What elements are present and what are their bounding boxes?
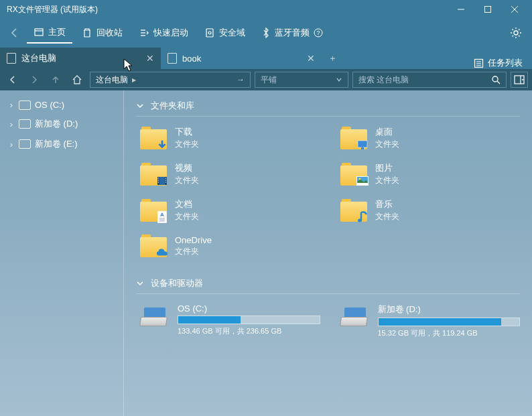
folder-item[interactable]: 图片文件夹 <box>340 162 521 186</box>
tree-item-os-c[interactable]: › OS (C:) <box>3 96 121 114</box>
page-icon <box>168 53 177 64</box>
navbar: 这台电脑 ▸ → 平铺 <box>0 69 532 90</box>
drive-stat: 15.32 GB 可用，共 119.24 GB <box>378 328 521 338</box>
tree-item-vol-e[interactable]: › 新加卷 (E:) <box>3 134 121 154</box>
folder-name: 文档 <box>175 198 199 210</box>
toolbar-home[interactable]: 主页 <box>27 22 72 44</box>
svg-point-29 <box>158 180 159 180</box>
toolbar-bluetooth-label: 蓝牙音频 <box>275 27 310 39</box>
search-box[interactable] <box>352 72 507 88</box>
toolbar-recycle[interactable]: 回收站 <box>75 23 129 43</box>
chevron-right-icon: › <box>8 119 15 129</box>
tab-label: book <box>182 54 201 64</box>
folder-icon <box>340 127 367 149</box>
address-bar[interactable]: 这台电脑 ▸ → <box>90 72 251 88</box>
folder-name: 桌面 <box>375 126 399 138</box>
toolbar-quick[interactable]: 快速启动 <box>132 23 195 43</box>
tab-this-pc[interactable]: 这台电脑 ✕ <box>0 48 161 69</box>
page-icon <box>7 53 16 64</box>
close-icon[interactable]: ✕ <box>307 53 315 64</box>
tasklist-button[interactable]: 任务列表 <box>464 57 532 69</box>
drive-icon <box>140 303 170 326</box>
settings-button[interactable] <box>505 22 527 44</box>
chevron-right-icon: › <box>8 100 15 110</box>
shield-icon <box>204 27 215 38</box>
search-input[interactable] <box>358 75 491 84</box>
go-icon[interactable]: → <box>237 75 245 84</box>
tree-label: OS (C:) <box>35 100 64 110</box>
folder-item[interactable]: OneDrive文件夹 <box>140 234 320 257</box>
close-button[interactable] <box>501 0 528 19</box>
tree-label: 新加卷 (E:) <box>35 138 78 150</box>
nav-forward-button[interactable] <box>25 71 43 88</box>
toolbar-quick-label: 快速启动 <box>153 27 188 39</box>
close-icon[interactable]: ✕ <box>146 53 154 64</box>
folder-type: 文件夹 <box>175 175 199 186</box>
svg-text:?: ? <box>316 29 320 36</box>
svg-point-22 <box>522 79 523 80</box>
toolbar-back-button[interactable] <box>5 23 24 42</box>
section-folders-header[interactable]: 文件夹和库 <box>136 100 520 117</box>
panel-toggle-button[interactable] <box>511 72 528 88</box>
nav-back-button[interactable] <box>4 71 21 88</box>
folder-icon <box>140 127 167 149</box>
address-text: 这台电脑 <box>96 74 128 86</box>
folder-name: 视频 <box>175 162 199 174</box>
disk-icon <box>19 119 31 129</box>
folder-item[interactable]: 视频文件夹 <box>140 162 320 186</box>
drive-stat: 133.46 GB 可用，共 236.65 GB <box>178 326 320 336</box>
nav-home-button[interactable] <box>68 71 86 88</box>
quick-icon <box>139 27 149 38</box>
folder-item[interactable]: A文档文件夹 <box>140 198 320 222</box>
drive-name: 新加卷 (D:) <box>378 303 521 316</box>
view-mode-dropdown[interactable]: 平铺 <box>255 72 348 88</box>
toolbar-bluetooth[interactable]: 蓝牙音频 ? <box>255 23 330 43</box>
add-tab-button[interactable]: ＋ <box>322 48 343 69</box>
svg-point-28 <box>158 178 159 178</box>
svg-rect-1 <box>485 7 491 13</box>
help-icon: ? <box>314 28 323 38</box>
folder-type: 文件夹 <box>375 175 399 186</box>
folder-type: 文件夹 <box>175 246 212 257</box>
folder-icon <box>140 234 167 257</box>
tree-label: 新加卷 (D:) <box>35 118 78 130</box>
drive-usage-bar <box>178 316 320 324</box>
folder-type: 文件夹 <box>175 211 199 222</box>
search-icon[interactable] <box>491 75 501 84</box>
svg-rect-9 <box>206 29 213 37</box>
titlebar: RX文件管理器 (试用版本) <box>0 0 532 19</box>
svg-point-31 <box>165 178 166 178</box>
toolbar-secure[interactable]: 安全域 <box>198 23 252 43</box>
bluetooth-icon <box>261 27 271 38</box>
tasklist-label: 任务列表 <box>488 57 523 69</box>
svg-point-33 <box>165 182 166 182</box>
folder-name: 图片 <box>375 162 399 174</box>
minimize-button[interactable] <box>448 0 474 19</box>
drive-item[interactable]: 新加卷 (D:)15.32 GB 可用，共 119.24 GB <box>340 303 521 338</box>
svg-point-10 <box>208 31 211 34</box>
svg-rect-24 <box>361 147 364 149</box>
svg-point-13 <box>514 31 518 35</box>
maximize-button[interactable] <box>474 0 501 19</box>
tree-item-vol-d[interactable]: › 新加卷 (D:) <box>3 114 121 134</box>
chevron-right-icon: › <box>8 139 15 149</box>
drive-icon <box>340 303 370 326</box>
disk-icon <box>19 100 31 110</box>
section-devices-header[interactable]: 设备和驱动器 <box>136 277 520 294</box>
list-icon <box>474 58 484 68</box>
svg-point-30 <box>158 182 159 182</box>
folder-icon <box>140 163 167 186</box>
disk-icon <box>19 139 31 149</box>
folder-item[interactable]: 桌面文件夹 <box>340 126 521 150</box>
tab-book[interactable]: book ✕ <box>161 48 322 69</box>
home-icon <box>34 27 44 38</box>
folder-type: 文件夹 <box>375 139 399 150</box>
folder-item[interactable]: 下载文件夹 <box>140 126 320 150</box>
nav-up-button[interactable] <box>47 71 64 88</box>
drive-item[interactable]: OS (C:)133.46 GB 可用，共 236.65 GB <box>140 303 320 338</box>
folder-icon <box>340 199 367 222</box>
folder-icon <box>340 163 367 186</box>
tab-label: 这台电脑 <box>21 52 56 64</box>
folder-item[interactable]: 音乐文件夹 <box>340 198 521 222</box>
toolbar-secure-label: 安全域 <box>219 27 245 39</box>
